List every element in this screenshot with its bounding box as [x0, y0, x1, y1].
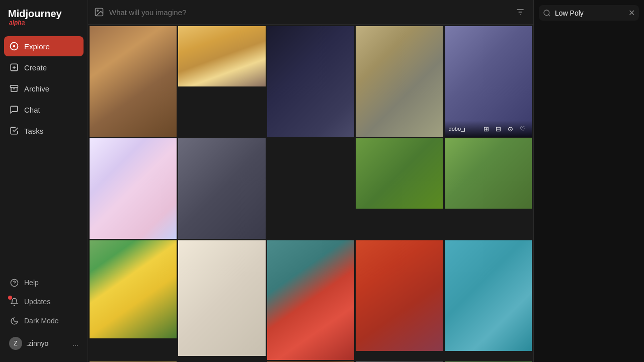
archive-icon — [9, 83, 19, 94]
help-label: Help — [24, 279, 39, 287]
app-name: Midjourney — [8, 8, 79, 19]
search-panel-search-icon — [543, 9, 551, 17]
gallery-item[interactable]: dobo_j ⊞ ⊟ ⊙ ♡ — [445, 26, 532, 137]
create-icon — [9, 62, 19, 72]
chat-icon — [9, 105, 19, 115]
image-search-icon — [94, 7, 104, 17]
sidebar-item-chat[interactable]: Chat — [4, 100, 84, 120]
gallery-item[interactable] — [356, 26, 443, 137]
main-nav: Explore Create Archive — [0, 36, 88, 274]
explore-label: Explore — [24, 42, 50, 51]
sidebar-bottom: Help Updates Dark Mode Z — [0, 274, 88, 354]
dark-mode-icon — [9, 316, 19, 326]
gallery-item[interactable] — [178, 240, 265, 356]
gallery-item[interactable] — [178, 26, 265, 86]
svg-line-15 — [548, 15, 550, 16]
gallery-item[interactable] — [267, 240, 354, 360]
sidebar-item-create[interactable]: Create — [4, 57, 84, 77]
search-panel-query: Low Poly — [555, 9, 624, 17]
tasks-icon — [9, 126, 19, 136]
updates-badge — [8, 296, 12, 300]
search-panel-header: Low Poly ✕ — [539, 5, 639, 21]
sidebar-item-explore[interactable]: Explore — [4, 36, 84, 56]
sidebar-item-archive[interactable]: Archive — [4, 78, 84, 99]
sidebar-item-help[interactable]: Help — [4, 274, 84, 292]
archive-label: Archive — [24, 84, 49, 93]
sidebar: Midjourney alpha Explore — [0, 0, 88, 362]
masonry-grid: dobo_j ⊞ ⊟ ⊙ ♡ — [88, 25, 533, 362]
item-username: dobo_j — [449, 126, 465, 132]
username: .zinnyo — [26, 339, 68, 347]
avatar: Z — [9, 337, 22, 350]
gallery-item[interactable] — [445, 240, 532, 351]
gallery-item[interactable] — [90, 138, 177, 239]
search-bar — [88, 0, 533, 25]
sidebar-item-updates[interactable]: Updates — [4, 293, 84, 311]
gallery: dobo_j ⊞ ⊟ ⊙ ♡ — [88, 25, 533, 362]
search-panel-close-button[interactable]: ✕ — [628, 8, 635, 18]
search-input[interactable] — [109, 8, 508, 17]
gallery-item[interactable] — [178, 138, 265, 239]
help-icon — [9, 278, 19, 288]
filter-button[interactable] — [513, 5, 527, 19]
dark-mode-label: Dark Mode — [24, 317, 58, 325]
gallery-item[interactable] — [90, 26, 177, 137]
app-badge: alpha — [9, 19, 79, 26]
svg-point-14 — [544, 10, 549, 16]
gallery-item[interactable] — [356, 240, 443, 351]
gallery-item[interactable] — [90, 240, 177, 338]
updates-icon — [9, 297, 19, 307]
svg-point-10 — [97, 10, 99, 11]
main-area: dobo_j ⊞ ⊟ ⊙ ♡ — [88, 0, 533, 362]
svg-rect-5 — [11, 85, 18, 87]
chat-label: Chat — [24, 106, 40, 114]
create-label: Create — [24, 63, 47, 72]
tasks-label: Tasks — [24, 127, 43, 135]
app-logo: Midjourney alpha — [0, 8, 88, 36]
item-actions: ⊞ ⊟ ⊙ ♡ — [481, 124, 528, 134]
user-profile[interactable]: Z .zinnyo ... — [4, 333, 84, 354]
copy-icon[interactable]: ⊟ — [494, 124, 504, 134]
bookmark-icon[interactable]: ⊞ — [481, 124, 492, 134]
updates-label: Updates — [24, 298, 50, 306]
explore-icon — [9, 41, 19, 51]
gallery-item[interactable] — [356, 138, 443, 209]
user-more-button[interactable]: ... — [72, 339, 78, 347]
sidebar-item-tasks[interactable]: Tasks — [4, 121, 84, 141]
gallery-item[interactable] — [445, 138, 532, 209]
sidebar-item-dark-mode[interactable]: Dark Mode — [4, 312, 84, 330]
like-icon[interactable]: ♡ — [518, 124, 528, 134]
svg-point-1 — [13, 45, 16, 48]
search-similar-icon[interactable]: ⊙ — [506, 124, 516, 134]
search-panel: Low Poly ✕ — [533, 0, 644, 362]
gallery-item[interactable] — [267, 26, 354, 137]
